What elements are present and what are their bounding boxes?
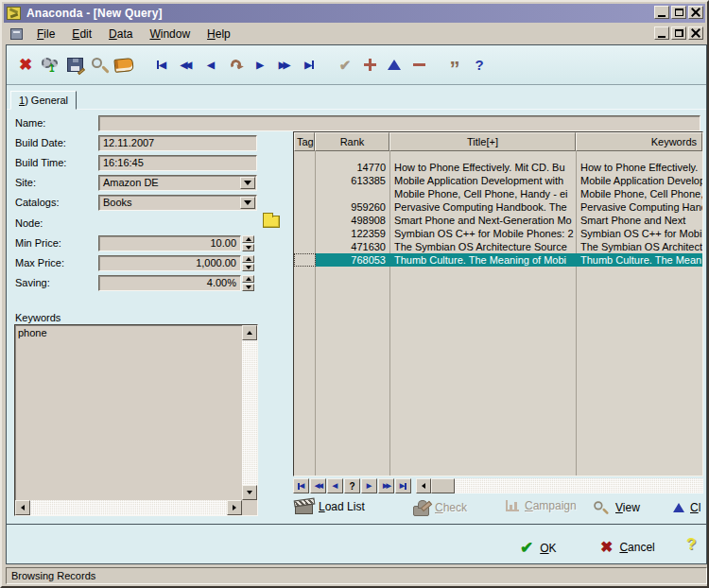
cell-keywords[interactable]: Mobile Application Develop	[577, 174, 702, 187]
cell-keywords[interactable]: How to Phone Effectively.	[577, 161, 702, 174]
cell-rank[interactable]: 768053	[316, 253, 390, 267]
app-icon[interactable]	[7, 7, 21, 20]
horizontal-scrollbar[interactable]	[15, 500, 242, 515]
min-price-field[interactable]: 10.00	[98, 235, 241, 251]
max-price-field[interactable]: 1,000.00	[98, 255, 241, 271]
close-button-partial[interactable]: Cl	[673, 501, 700, 514]
spin-down-button[interactable]	[242, 264, 254, 271]
scrollbar-thumb[interactable]	[431, 478, 455, 493]
mdi-minimize-button[interactable]	[654, 26, 669, 40]
cell-tag-focused[interactable]	[294, 253, 316, 267]
load-list-button[interactable]: Load List	[295, 499, 365, 514]
quotes-button[interactable]: ”	[443, 53, 466, 78]
vertical-scrollbar[interactable]	[242, 325, 257, 500]
help-button[interactable]: ?	[468, 53, 491, 78]
nav-prior-button[interactable]: ◀	[327, 478, 343, 493]
cell-title[interactable]: How to Phone Effectively. Mit CD. Bu	[390, 161, 577, 174]
edit-record-button[interactable]	[383, 53, 406, 78]
saving-spinner[interactable]	[242, 275, 254, 291]
spin-up-button[interactable]	[242, 275, 254, 283]
cell-keywords[interactable]: Smart Phone and Next	[577, 214, 702, 227]
build-date-field[interactable]: 12.11.2007	[98, 135, 257, 151]
cell-rank[interactable]: 959260	[316, 200, 390, 214]
cell-keywords[interactable]: Thumb Culture. The Mean	[577, 253, 702, 267]
site-dropdown-button[interactable]	[240, 177, 255, 189]
refresh-button[interactable]	[224, 53, 247, 78]
next-record-button[interactable]: ▶	[249, 53, 271, 78]
cell-tag[interactable]	[294, 227, 316, 240]
minimize-button[interactable]	[654, 6, 669, 19]
mdi-close-button[interactable]	[688, 26, 703, 40]
cell-rank[interactable]: 14770	[316, 161, 390, 174]
nav-last-button[interactable]: ▶	[395, 478, 411, 493]
scroll-left-button[interactable]	[416, 478, 431, 493]
column-header-tag[interactable]: Tag	[294, 132, 315, 151]
cell-title[interactable]: Smart Phone and Next-Generation Mo	[390, 214, 577, 227]
table-row[interactable]: 959260 Pervasive Computing Handbook. The…	[294, 200, 702, 214]
menu-window[interactable]: Window	[141, 25, 199, 43]
save-button[interactable]	[63, 53, 86, 78]
manual-button[interactable]	[112, 53, 135, 78]
delete-record-button[interactable]	[407, 53, 430, 78]
table-row[interactable]: 14770 How to Phone Effectively. Mit CD. …	[294, 161, 702, 174]
cell-tag[interactable]	[294, 174, 316, 187]
prior-record-button[interactable]: ◀	[199, 53, 222, 78]
grid-horizontal-scrollbar[interactable]	[416, 478, 703, 493]
delete-query-button[interactable]: ✖	[14, 53, 37, 78]
column-header-keywords[interactable]: Keywords	[576, 132, 702, 151]
table-row[interactable]: 122359 Symbian OS C++ for Mobile Phones:…	[294, 227, 702, 240]
keywords-textarea[interactable]: phone	[14, 324, 258, 516]
scroll-right-button[interactable]	[227, 500, 242, 515]
table-row[interactable]: 613385 Mobile Application Development wi…	[294, 174, 702, 187]
spin-down-button[interactable]	[242, 244, 254, 251]
cell-keywords[interactable]: Pervasive Computing Hand	[577, 200, 702, 214]
last-record-button[interactable]: ▶	[298, 53, 320, 78]
cell-keywords[interactable]: The Symbian OS Architect	[577, 240, 702, 253]
table-row[interactable]: 498908 Smart Phone and Next-Generation M…	[294, 214, 702, 227]
cell-tag[interactable]	[294, 240, 316, 253]
catalogs-dropdown-button[interactable]	[240, 197, 255, 209]
menu-data[interactable]: Data	[100, 25, 141, 43]
maximize-button[interactable]	[671, 6, 686, 19]
nav-first-button[interactable]: ◀	[293, 478, 309, 493]
column-header-title[interactable]: Title[+]	[389, 132, 576, 151]
cell-title[interactable]: Mobile Phone, Cell Phone, Handy - ei	[390, 187, 577, 200]
nav-fast-rewind-button[interactable]: ◀◀	[310, 478, 326, 493]
table-row-selected[interactable]: 768053 Thumb Culture. The Meaning of Mob…	[294, 253, 702, 267]
cell-title[interactable]: The Symbian OS Architecture Source	[390, 240, 577, 253]
context-help-button[interactable]: ?	[686, 535, 696, 554]
cell-rank[interactable]	[316, 187, 390, 200]
cell-rank[interactable]: 471630	[316, 240, 390, 253]
cell-title[interactable]: Thumb Culture. The Meaning of Mobi	[390, 253, 577, 267]
view-button[interactable]: View	[591, 499, 640, 516]
first-record-button[interactable]: ◀	[150, 53, 173, 78]
cell-rank[interactable]: 122359	[316, 227, 390, 240]
menu-file[interactable]: File	[28, 25, 63, 43]
min-price-spinner[interactable]	[242, 235, 254, 251]
spin-up-button[interactable]	[242, 255, 254, 263]
build-time-field[interactable]: 16:16:45	[98, 155, 257, 171]
scroll-track[interactable]	[242, 340, 257, 485]
nav-next-button[interactable]: ▶	[361, 478, 377, 493]
mdi-child-icon[interactable]	[10, 28, 23, 40]
cancel-button[interactable]: ✖ Cancel	[600, 538, 655, 556]
cell-title[interactable]: Pervasive Computing Handbook. The	[390, 200, 577, 214]
fast-rewind-button[interactable]: ◀◀	[175, 53, 198, 78]
ok-button[interactable]: ✔ OK	[520, 538, 557, 558]
cell-tag[interactable]	[294, 187, 316, 200]
scroll-down-button[interactable]	[242, 485, 257, 500]
mdi-restore-button[interactable]	[671, 26, 686, 40]
saving-field[interactable]: 4.00%	[98, 275, 241, 291]
nav-fast-forward-button[interactable]: ▶▶	[378, 478, 394, 493]
scroll-up-button[interactable]	[242, 325, 257, 340]
menu-edit[interactable]: Edit	[63, 25, 100, 43]
insert-record-button[interactable]	[358, 53, 381, 78]
cell-title[interactable]: Mobile Application Development with	[390, 174, 577, 187]
close-button[interactable]	[688, 6, 703, 19]
cell-tag[interactable]	[294, 161, 316, 174]
spin-down-button[interactable]	[242, 284, 254, 291]
process-button[interactable]: 1	[39, 53, 61, 78]
fast-forward-button[interactable]: ▶▶	[273, 53, 296, 78]
scroll-track[interactable]	[30, 500, 227, 515]
node-folder-button[interactable]	[263, 216, 280, 228]
